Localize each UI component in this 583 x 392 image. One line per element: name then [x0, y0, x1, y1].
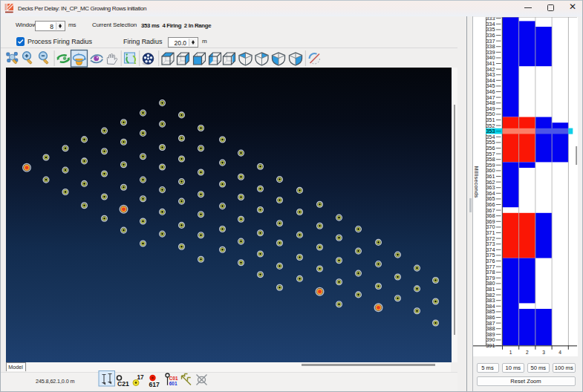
svg-text:353: 353 — [486, 128, 495, 134]
svg-text:3: 3 — [542, 350, 545, 355]
svg-text:C21: C21 — [117, 380, 129, 388]
svg-text:Milliseconds: Milliseconds — [473, 166, 480, 197]
svg-text:2: 2 — [525, 350, 528, 355]
svg-text:601: 601 — [169, 381, 177, 386]
svg-text:17: 17 — [137, 374, 145, 381]
svg-text:617: 617 — [149, 381, 160, 388]
svg-text:1: 1 — [509, 350, 512, 355]
svg-text:4: 4 — [558, 350, 561, 355]
